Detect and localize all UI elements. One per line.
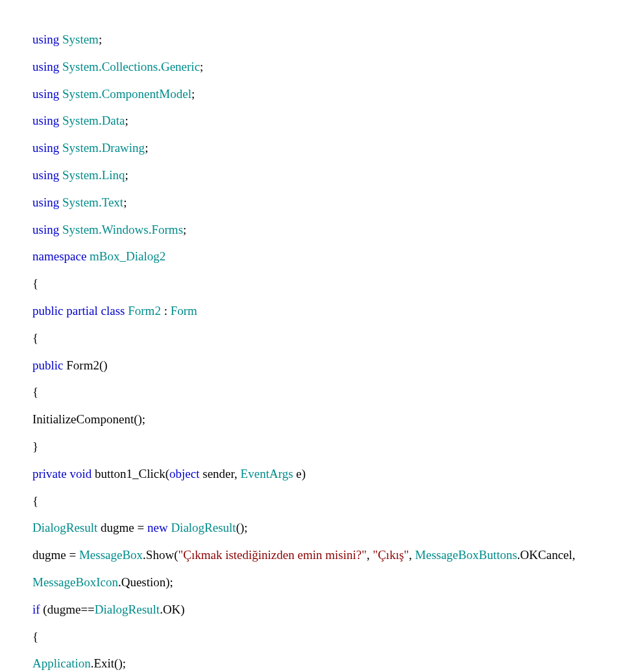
code-line: { <box>32 325 591 352</box>
code-line: using System.ComponentModel; <box>32 81 591 108</box>
code-token: { <box>32 331 38 345</box>
code-token: ; <box>125 114 128 127</box>
code-token: System.Drawing <box>62 141 145 155</box>
code-line: { <box>32 270 591 297</box>
code-token: Form2 <box>128 304 161 317</box>
code-token: object <box>169 467 199 480</box>
code-token: new <box>147 521 168 534</box>
code-line: public Form2() <box>32 352 591 379</box>
code-line: private void button1_Click(object sender… <box>32 460 591 488</box>
code-token: ; <box>191 87 195 101</box>
code-token: sender, <box>200 467 241 480</box>
code-token: InitializeComponent(); <box>32 412 145 426</box>
code-line: { <box>32 623 591 651</box>
code-token: "Çıkmak istediğinizden emin misini?" <box>178 548 366 562</box>
code-line: { <box>32 488 591 515</box>
code-token: using <box>32 223 59 236</box>
code-block: using System;using System.Collections.Ge… <box>32 26 591 672</box>
code-token: ; <box>183 223 186 236</box>
code-token: using <box>32 87 59 101</box>
code-line: using System; <box>32 26 591 53</box>
code-token: mBox_Dialog2 <box>90 249 165 263</box>
code-token: System.Windows.Forms <box>62 223 183 236</box>
code-line: namespace mBox_Dialog2 <box>32 243 591 270</box>
code-token: "Çıkış" <box>373 548 409 562</box>
code-line: using System.Collections.Generic; <box>32 53 591 81</box>
code-token: System.Text <box>62 195 123 209</box>
code-token: e) <box>293 467 306 480</box>
code-token: using <box>32 60 59 73</box>
code-line: DialogResult dugme = new DialogResult(); <box>32 514 591 541</box>
code-token: namespace <box>32 249 86 263</box>
code-token: using <box>32 114 59 127</box>
code-token: , <box>409 548 415 562</box>
code-token: using <box>32 141 59 155</box>
code-token: dugme = <box>32 548 79 562</box>
code-token: .Exit(); <box>91 656 126 670</box>
code-token: System.ComponentModel <box>62 87 191 101</box>
code-line: using System.Drawing; <box>32 134 591 162</box>
code-token: ; <box>123 195 127 209</box>
code-line: { <box>32 379 591 406</box>
code-token: { <box>32 494 38 508</box>
code-token: (dugme== <box>40 603 95 616</box>
code-token: MessageBoxIcon <box>32 575 118 589</box>
code-line: MessageBoxIcon.Question); <box>32 569 591 596</box>
code-line: using System.Windows.Forms; <box>32 216 591 243</box>
code-line: dugme = MessageBox.Show("Çıkmak istediği… <box>32 541 591 569</box>
code-token: ; <box>200 60 203 73</box>
code-token: , <box>367 548 373 562</box>
code-token: EventArgs <box>241 467 293 480</box>
code-token: (); <box>236 521 248 534</box>
code-token: dugme = <box>97 521 147 534</box>
code-token: ; <box>145 141 148 155</box>
code-token: DialogResult <box>171 521 236 534</box>
code-line: Application.Exit(); <box>32 650 591 672</box>
code-line: using System.Data; <box>32 107 591 134</box>
code-token: public partial class <box>32 304 125 317</box>
code-line: using System.Linq; <box>32 162 591 189</box>
code-token: MessageBox <box>79 548 143 562</box>
code-token: using <box>32 32 59 46</box>
code-line: if (dugme==DialogResult.OK) <box>32 596 591 623</box>
code-token: Form <box>171 304 197 317</box>
code-token: { <box>32 630 38 643</box>
code-token: Application <box>32 656 91 670</box>
code-token: { <box>32 277 38 290</box>
code-token: Form2() <box>64 358 108 372</box>
code-token: DialogResult <box>32 521 97 534</box>
code-token: System <box>62 32 99 46</box>
code-token: MessageBoxButtons <box>415 548 517 562</box>
code-token: : <box>161 304 171 317</box>
code-token: .Show( <box>143 548 178 562</box>
code-token: using <box>32 168 59 182</box>
code-line: using System.Text; <box>32 189 591 216</box>
code-token: System.Data <box>62 114 125 127</box>
code-token: using <box>32 195 59 209</box>
code-token: .OK) <box>160 603 185 616</box>
code-token: .OKCancel, <box>517 548 578 562</box>
code-token: DialogResult <box>95 603 160 616</box>
code-line: InitializeComponent(); <box>32 406 591 433</box>
code-token: System.Collections.Generic <box>62 60 200 73</box>
code-token: ; <box>99 32 102 46</box>
code-token: } <box>32 440 38 453</box>
code-token: public <box>32 358 64 372</box>
code-token: ; <box>125 168 128 182</box>
code-line: } <box>32 433 591 460</box>
code-token: button1_Click( <box>92 467 169 480</box>
code-token: private void <box>32 467 92 480</box>
code-token: System.Linq <box>62 168 125 182</box>
code-token: .Question); <box>118 575 173 589</box>
code-token: { <box>32 385 38 399</box>
code-line: public partial class Form2 : Form <box>32 297 591 325</box>
code-token: if <box>32 603 40 616</box>
